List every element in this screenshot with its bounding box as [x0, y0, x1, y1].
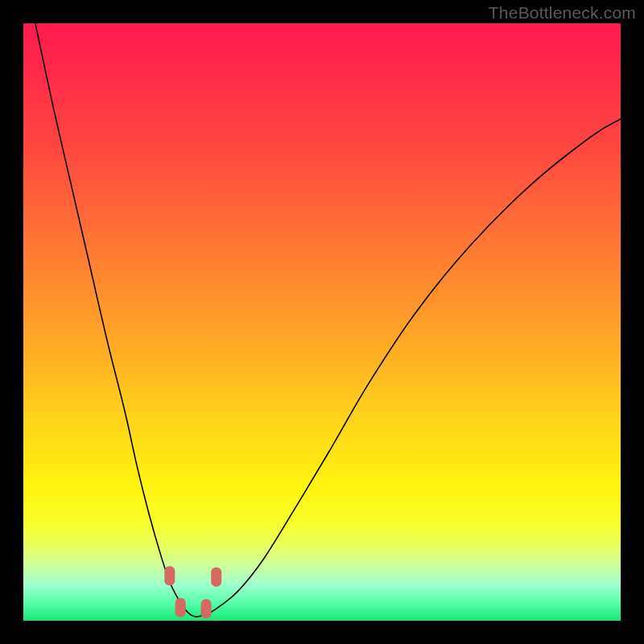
nub-left-lower [175, 598, 186, 617]
nub-left-upper [164, 566, 175, 585]
curve-left-branch [35, 23, 196, 617]
nub-right-lower [201, 599, 212, 618]
outer-frame: TheBottleneck.com [0, 0, 644, 644]
nub-right-upper [211, 568, 221, 587]
watermark-label: TheBottleneck.com [489, 3, 636, 23]
curve-right-branch [196, 119, 621, 617]
chart-svg [23, 23, 621, 621]
plot-area [23, 23, 621, 621]
